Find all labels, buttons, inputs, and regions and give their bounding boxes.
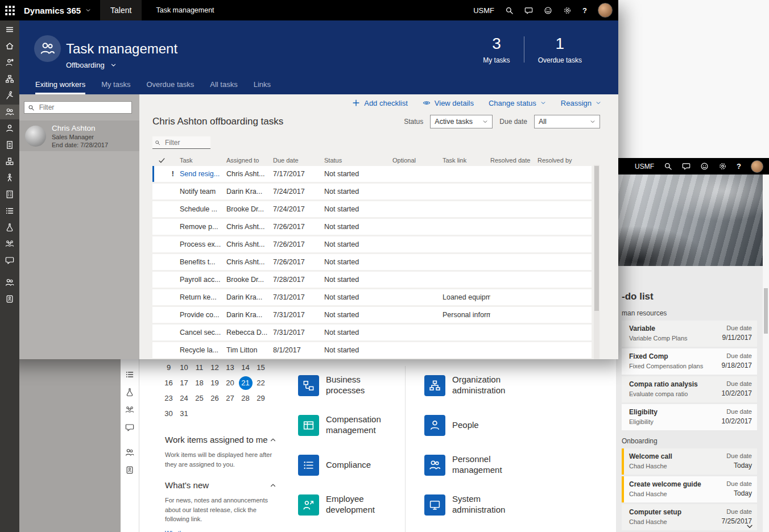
calendar-day[interactable]: 17	[177, 376, 191, 390]
calendar-day[interactable]: 15	[254, 361, 268, 375]
workspace-tile[interactable]: Business processes	[298, 369, 400, 401]
nav-item[interactable]	[121, 463, 139, 477]
nav-item[interactable]	[121, 402, 139, 417]
workspace-tile[interactable]: Compliance	[298, 449, 400, 481]
todo-item[interactable]: Fixed Comp Fixed Compensation plans Due …	[622, 348, 757, 375]
task-name-link[interactable]: Recycle la...	[180, 346, 226, 354]
calendar-day[interactable]: 22	[254, 376, 268, 390]
calendar-day[interactable]: 27	[224, 392, 237, 405]
task-name-link[interactable]: Schedule ...	[180, 205, 226, 213]
task-name-link[interactable]: Benefits t...	[180, 258, 226, 266]
tab[interactable]: Links	[254, 80, 271, 94]
table-row[interactable]: Process ex... Chris Asht... 7/26/2017 No…	[152, 236, 592, 252]
search-icon[interactable]	[664, 162, 672, 171]
table-row[interactable]: Recycle la... Tim Litton 8/1/2017 Not st…	[152, 342, 592, 358]
nav-item[interactable]	[0, 22, 19, 37]
task-name-link[interactable]: Remove p...	[180, 223, 226, 231]
scroll-down-chevron-icon[interactable]	[746, 522, 754, 530]
user-avatar[interactable]	[598, 3, 613, 18]
nav-item[interactable]	[121, 445, 139, 460]
collapse-chevron-icon[interactable]	[270, 482, 276, 489]
todo-item[interactable]: Welcome call Chad Hasche Due date Today	[622, 448, 757, 475]
product-switcher[interactable]: Dynamics 365	[24, 6, 91, 15]
nav-item[interactable]	[0, 292, 19, 306]
table-row[interactable]: Return ke... Darin Kra... 7/31/2017 Not …	[152, 289, 592, 305]
nav-item[interactable]	[0, 55, 19, 70]
workspace-tile[interactable]: System administration	[424, 489, 532, 521]
settings-gear-icon[interactable]	[718, 162, 727, 171]
calendar-day[interactable]: 18	[193, 376, 206, 390]
nav-item[interactable]	[0, 236, 19, 251]
task-name-link[interactable]: Payroll acc...	[180, 276, 226, 284]
nav-item[interactable]	[0, 275, 19, 290]
task-name-link[interactable]: Notify team	[180, 188, 226, 196]
task-name-link[interactable]: Send resig...	[180, 170, 226, 178]
status-select[interactable]: Active tasks	[430, 115, 493, 128]
workspace-tile[interactable]: Employee development	[298, 489, 400, 521]
search-icon[interactable]	[505, 6, 514, 15]
nav-item[interactable]	[121, 385, 139, 400]
overdue-tasks-stat[interactable]: 1 Overdue tasks	[524, 35, 596, 64]
column-header[interactable]: Optional	[392, 157, 443, 164]
collapse-chevron-icon[interactable]	[270, 437, 276, 443]
calendar-day[interactable]: 9	[162, 361, 176, 375]
calendar-day[interactable]: 30	[162, 407, 176, 421]
calendar-day[interactable]: 24	[177, 392, 191, 405]
calendar-day[interactable]: 29	[254, 392, 268, 405]
company-selector[interactable]: USMF	[473, 6, 494, 15]
select-all-check-icon[interactable]	[158, 157, 166, 164]
workers-filter-input[interactable]	[38, 103, 128, 112]
table-row[interactable]: Cancel sec... Rebecca D... 7/31/2017 Not…	[152, 325, 592, 340]
calendar-day[interactable]: 31	[177, 407, 191, 421]
nav-item[interactable]	[0, 138, 19, 152]
calendar-day[interactable]: 19	[208, 376, 222, 390]
nav-item[interactable]	[0, 72, 19, 86]
nav-item[interactable]	[121, 367, 139, 382]
feedback-smiley-icon[interactable]	[700, 162, 709, 171]
tab[interactable]: Overdue tasks	[146, 80, 194, 94]
table-row[interactable]: Provide co... Darin Kra... 7/31/2017 Not…	[152, 307, 592, 323]
table-row[interactable]: Notify team Darin Kra... 7/24/2017 Not s…	[152, 184, 592, 200]
whats-new-link[interactable]: What's new	[165, 530, 197, 532]
nav-item[interactable]	[0, 187, 19, 202]
column-header[interactable]: Due date	[273, 157, 324, 164]
calendar-day[interactable]: 23	[162, 392, 176, 405]
nav-item[interactable]	[0, 121, 19, 136]
column-header[interactable]: Task	[180, 157, 226, 164]
workspace-tile[interactable]: Organization administration	[424, 369, 532, 401]
nav-item[interactable]	[0, 154, 19, 169]
calendar-day[interactable]: 26	[208, 392, 222, 405]
message-icon[interactable]	[524, 6, 533, 15]
my-tasks-stat[interactable]: 3 My tasks	[469, 35, 523, 64]
calendar-day[interactable]: 21	[239, 376, 253, 390]
calendar-day[interactable]: 13	[224, 361, 237, 375]
nav-item[interactable]	[121, 420, 139, 435]
nav-item[interactable]	[0, 171, 19, 185]
workspace-tile[interactable]: People	[424, 409, 532, 441]
nav-item[interactable]	[0, 203, 19, 218]
column-header[interactable]: Resolved date	[490, 157, 538, 164]
todo-item[interactable]: Computer setup Chad Hasche Due date 7/25…	[622, 504, 757, 530]
nav-item[interactable]	[0, 253, 19, 268]
process-selector[interactable]: Offboarding	[66, 61, 117, 69]
nav-item[interactable]	[0, 105, 19, 119]
tab[interactable]: Exiting workers	[35, 80, 85, 94]
todo-item[interactable]: Create welcome guide Chad Hasche Due dat…	[622, 476, 757, 502]
due-date-select[interactable]: All	[534, 115, 600, 128]
worker-list-item[interactable]: Chris Ashton Sales Manager End date: 7/2…	[19, 120, 139, 151]
reassign-button[interactable]: Reassign	[561, 99, 601, 107]
nav-item[interactable]	[0, 39, 19, 53]
table-row[interactable]: ! Send resig... Chris Asht... 7/17/2017 …	[152, 166, 592, 182]
app-name[interactable]: Talent	[100, 0, 142, 20]
feedback-smiley-icon[interactable]	[544, 6, 552, 15]
task-name-link[interactable]: Cancel sec...	[180, 329, 226, 336]
waffle-menu-icon[interactable]	[5, 5, 15, 16]
calendar-day[interactable]: 20	[224, 376, 237, 390]
calendar-day[interactable]: 14	[239, 361, 253, 375]
message-icon[interactable]	[682, 162, 691, 171]
calendar-day[interactable]: 16	[162, 376, 176, 390]
column-header[interactable]: Task link	[443, 157, 490, 164]
task-name-link[interactable]: Process ex...	[180, 240, 226, 248]
task-filter-input[interactable]	[164, 138, 208, 147]
tab[interactable]: All tasks	[210, 80, 237, 94]
